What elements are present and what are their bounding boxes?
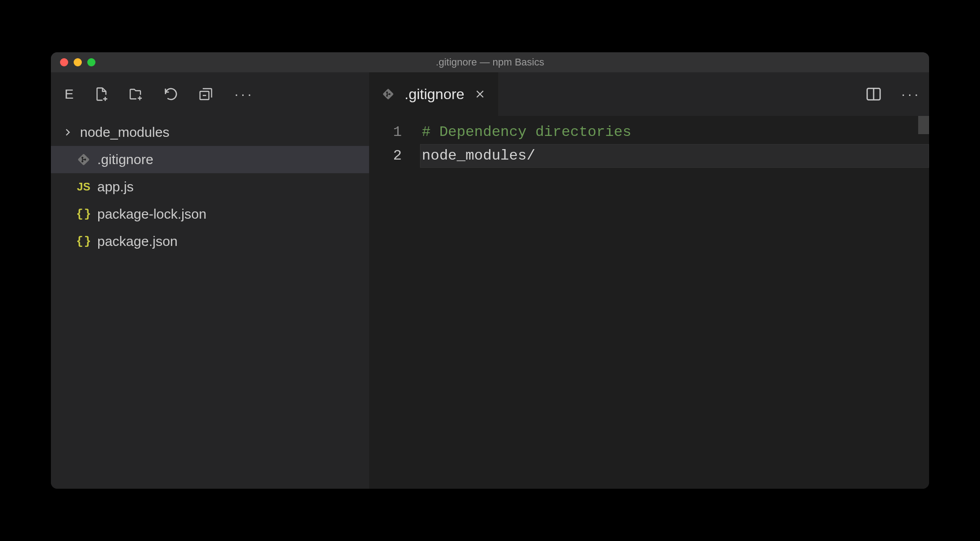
line-number: 1 bbox=[369, 120, 402, 144]
maximize-window-button[interactable] bbox=[87, 58, 95, 66]
tab-actions: ··· bbox=[865, 72, 921, 116]
chevron-right-icon bbox=[62, 126, 74, 138]
code-text: # Dependency directories bbox=[422, 124, 631, 140]
new-file-icon[interactable] bbox=[94, 86, 110, 102]
code-text: node_modules/ bbox=[422, 147, 535, 164]
line-gutter: 1 2 bbox=[369, 120, 422, 489]
window-controls bbox=[51, 58, 95, 66]
new-folder-icon[interactable] bbox=[128, 86, 145, 102]
tree-item-label: app.js bbox=[97, 179, 134, 195]
titlebar[interactable]: .gitignore — npm Basics bbox=[51, 52, 929, 72]
tab-label: .gitignore bbox=[405, 86, 465, 103]
file-tree: node_modules .gitignore JS app.js { bbox=[51, 116, 369, 255]
json-file-icon: { } bbox=[76, 207, 91, 221]
explorer-header: E ··· bbox=[51, 72, 369, 116]
window-title: .gitignore — npm Basics bbox=[51, 56, 929, 68]
collapse-all-icon[interactable] bbox=[197, 86, 214, 102]
split-editor-icon[interactable] bbox=[865, 85, 882, 103]
explorer-label: E bbox=[65, 86, 74, 102]
tree-folder-node-modules[interactable]: node_modules bbox=[51, 119, 369, 146]
code-content[interactable]: # Dependency directories node_modules/ bbox=[422, 120, 929, 489]
explorer-sidebar: E ··· n bbox=[51, 72, 369, 489]
tree-item-label: node_modules bbox=[80, 125, 170, 140]
more-actions-icon[interactable]: ··· bbox=[235, 86, 254, 102]
tree-item-label: .gitignore bbox=[97, 152, 153, 167]
editor-pane: .gitignore ··· 1 2 bbox=[369, 72, 929, 489]
code-editor[interactable]: 1 2 # Dependency directories node_module… bbox=[369, 116, 929, 489]
editor-window: .gitignore — npm Basics E ··· bbox=[51, 52, 929, 489]
close-window-button[interactable] bbox=[60, 58, 68, 66]
tab-bar: .gitignore ··· bbox=[369, 72, 929, 116]
tree-item-label: package.json bbox=[97, 234, 178, 249]
tree-file-gitignore[interactable]: .gitignore bbox=[51, 146, 369, 173]
tree-file-package-json[interactable]: { } package.json bbox=[51, 228, 369, 255]
tab-gitignore[interactable]: .gitignore bbox=[369, 72, 498, 116]
git-icon bbox=[381, 87, 395, 101]
tree-file-app-js[interactable]: JS app.js bbox=[51, 173, 369, 200]
editor-body: E ··· n bbox=[51, 72, 929, 489]
git-icon bbox=[76, 152, 91, 167]
tree-item-label: package-lock.json bbox=[97, 206, 206, 222]
minimize-window-button[interactable] bbox=[74, 58, 82, 66]
close-tab-icon[interactable] bbox=[474, 88, 486, 100]
editor-more-actions-icon[interactable]: ··· bbox=[901, 86, 921, 102]
line-number: 2 bbox=[369, 144, 402, 168]
json-file-icon: { } bbox=[76, 234, 91, 249]
tree-file-package-lock[interactable]: { } package-lock.json bbox=[51, 200, 369, 228]
js-file-icon: JS bbox=[76, 180, 91, 194]
refresh-icon[interactable] bbox=[163, 86, 179, 102]
